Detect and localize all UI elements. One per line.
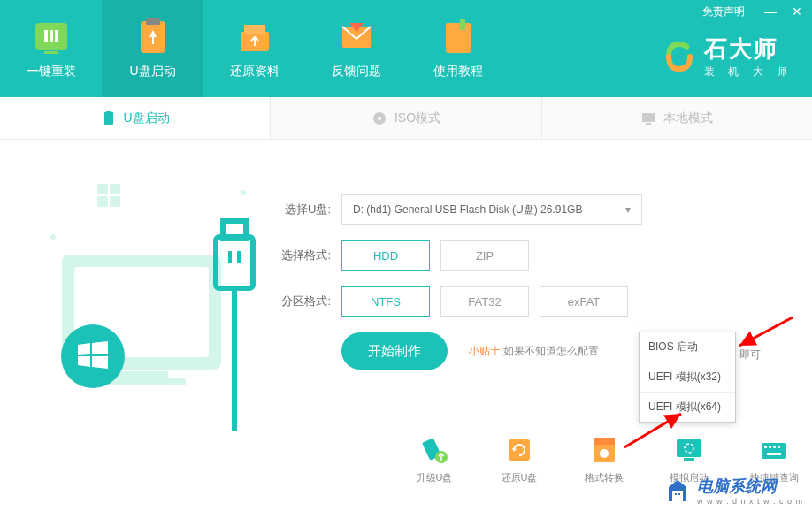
watermark: 电脑系统网 w w w . d n x t w . c o m: [663, 476, 803, 506]
hotkey-icon: [758, 434, 790, 466]
svg-rect-37: [509, 439, 530, 461]
reinstall-icon: [32, 18, 71, 57]
svg-rect-24: [115, 371, 168, 378]
svg-rect-42: [684, 458, 694, 461]
local-icon: [640, 111, 656, 126]
svg-rect-30: [237, 251, 241, 263]
partition-ntfs-button[interactable]: NTFS: [341, 286, 430, 317]
usb-boot-icon: [134, 18, 172, 57]
svg-rect-12: [104, 112, 113, 125]
svg-rect-21: [110, 196, 120, 207]
convert-icon: [588, 434, 620, 466]
watermark-url: w w w . d n x t w . c o m: [697, 497, 803, 506]
brand-logo-icon: [662, 39, 697, 74]
label-partition: 分区格式:: [274, 294, 331, 309]
simulate-icon: [673, 434, 705, 466]
popup-uefi64[interactable]: UEFI 模拟(x64): [640, 393, 735, 422]
svg-rect-19: [110, 184, 120, 194]
partition-fat32-button[interactable]: FAT32: [440, 286, 529, 317]
partition-exfat-button[interactable]: exFAT: [540, 286, 628, 317]
svg-rect-10: [446, 23, 471, 53]
tab-usb-boot[interactable]: U盘启动: [0, 97, 271, 139]
tab-label: U盘启动: [124, 111, 170, 126]
format-hdd-button[interactable]: HDD: [341, 240, 430, 271]
iso-icon: [372, 111, 387, 126]
tab-local[interactable]: 本地模式: [542, 97, 812, 139]
popup-uefi32[interactable]: UEFI 模拟(x32): [640, 362, 735, 393]
svg-rect-16: [642, 113, 655, 122]
tab-label: ISO模式: [395, 111, 440, 126]
start-button[interactable]: 开始制作: [341, 332, 448, 370]
tab-iso[interactable]: ISO模式: [271, 97, 541, 139]
svg-rect-13: [106, 111, 111, 113]
svg-rect-46: [769, 446, 771, 448]
header: 免责声明 — ✕ 一键重装 U盘启动 还原资料 反馈问题 使用教程: [0, 0, 812, 97]
svg-rect-3: [50, 30, 53, 42]
format-zip-button[interactable]: ZIP: [440, 240, 529, 271]
row-select-usb: 选择U盘: D: (hd1) General USB Flash Disk (U…: [274, 194, 777, 225]
svg-rect-1: [44, 51, 58, 54]
usb-icon: [101, 111, 117, 126]
svg-rect-39: [594, 438, 615, 445]
brand-subtitle: 装 机 大 师: [704, 65, 793, 80]
svg-rect-4: [55, 30, 58, 42]
caret-down-icon: ▾: [625, 203, 631, 216]
close-button[interactable]: ✕: [789, 4, 805, 19]
svg-rect-17: [646, 123, 651, 125]
minimize-button[interactable]: —: [762, 4, 778, 19]
svg-rect-2: [44, 30, 48, 42]
svg-rect-6: [146, 18, 160, 25]
nav-label: 还原资料: [230, 64, 280, 80]
row-format: 选择格式: HDD ZIP: [274, 240, 777, 271]
illustration: [27, 166, 274, 431]
svg-rect-44: [762, 443, 786, 459]
svg-rect-51: [675, 493, 677, 495]
svg-point-40: [600, 449, 609, 458]
svg-rect-28: [223, 221, 246, 239]
nav-tutorial[interactable]: 使用教程: [407, 0, 509, 97]
tool-label: 还原U盘: [502, 471, 538, 484]
restore-icon: [235, 18, 274, 57]
label-select-usb: 选择U盘:: [274, 202, 331, 217]
nav-restore[interactable]: 还原资料: [203, 0, 305, 97]
nav-feedback[interactable]: 反馈问题: [305, 0, 407, 97]
svg-point-15: [378, 117, 381, 120]
label-format: 选择格式:: [274, 248, 331, 263]
disclaimer-link[interactable]: 免责声明: [702, 4, 745, 19]
svg-rect-49: [767, 453, 781, 455]
svg-rect-27: [216, 237, 253, 288]
svg-rect-41: [677, 439, 701, 457]
svg-rect-11: [460, 19, 465, 30]
tip-body: 如果不知道怎么配置: [503, 345, 599, 357]
simulate-boot-popup: BIOS 启动 UEFI 模拟(x32) UEFI 模拟(x64): [639, 332, 736, 423]
tool-convert[interactable]: 格式转换: [575, 434, 633, 484]
tutorial-icon: [439, 18, 478, 57]
nav-label: 反馈问题: [332, 64, 381, 80]
nav-reinstall[interactable]: 一键重装: [0, 0, 102, 97]
svg-rect-45: [764, 446, 767, 448]
watermark-title: 电脑系统网: [697, 476, 803, 497]
tab-label: 本地模式: [663, 111, 713, 126]
window-controls: 免责声明 — ✕: [702, 4, 805, 19]
tool-upgrade[interactable]: 升级U盘: [405, 434, 463, 484]
svg-rect-47: [773, 446, 776, 448]
nav-label: 使用教程: [433, 64, 483, 80]
row-partition: 分区格式: NTFS FAT32 exFAT: [274, 286, 777, 317]
upgrade-usb-icon: [418, 434, 450, 466]
tip-text: 小贴士:如果不知道怎么配置: [469, 344, 599, 359]
svg-rect-8: [244, 25, 265, 34]
tool-label: 升级U盘: [417, 471, 453, 484]
tool-label: 格式转换: [585, 471, 624, 484]
svg-rect-18: [97, 184, 108, 194]
svg-rect-48: [778, 446, 780, 448]
popup-bios[interactable]: BIOS 启动: [640, 332, 735, 362]
feedback-icon: [337, 18, 376, 57]
watermark-icon: [663, 477, 692, 505]
svg-rect-29: [228, 251, 232, 263]
svg-rect-50: [672, 491, 683, 501]
restore-usb-icon: [503, 434, 535, 466]
usb-select[interactable]: D: (hd1) General USB Flash Disk (U盘) 26.…: [341, 194, 642, 225]
tool-restore-usb[interactable]: 还原U盘: [490, 434, 548, 484]
nav-label: 一键重装: [27, 64, 76, 80]
nav-usb-boot[interactable]: U盘启动: [102, 0, 203, 97]
